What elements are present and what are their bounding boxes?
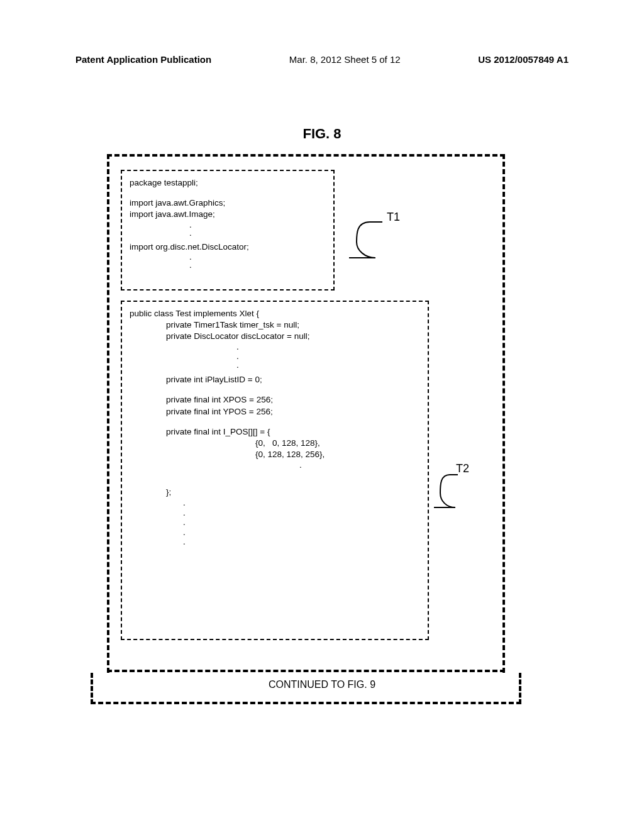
page-header: Patent Application Publication Mar. 8, 2…: [0, 54, 644, 65]
code-line: private Timer1Task timer_tsk = null;: [166, 319, 420, 331]
code-line: public class Test implements Xlet {: [130, 308, 420, 319]
ellipsis-dot: .: [189, 229, 326, 238]
figure-title: FIG. 8: [0, 126, 644, 142]
code-line: };: [166, 487, 420, 498]
code-line: private final int YPOS = 256;: [166, 406, 420, 418]
connector-curve-t2: [434, 473, 459, 511]
ellipsis-dot: .: [236, 361, 420, 370]
code-block-t1: package testappli; import java.awt.Graph…: [121, 170, 335, 290]
code-block-t2: public class Test implements Xlet { priv…: [121, 301, 429, 640]
outer-dashed-divider: [107, 670, 505, 672]
header-right: US 2012/0057849 A1: [478, 54, 569, 65]
code-line: private int iPlayListID = 0;: [166, 374, 420, 385]
label-t1: T1: [387, 211, 400, 224]
ellipsis-dot: .: [189, 221, 326, 230]
header-center: Mar. 8, 2012 Sheet 5 of 12: [289, 54, 401, 65]
code-line: private final int I_POS[][] = {: [166, 426, 420, 438]
ellipsis-dot: .: [183, 508, 420, 518]
continued-label: CONTINUED TO FIG. 9: [0, 679, 644, 690]
ellipsis-dot: .: [183, 537, 420, 547]
code-line: private final int XPOS = 256;: [166, 394, 420, 406]
ellipsis-dot: .: [183, 498, 420, 508]
code-line: import java.awt.Graphics;: [130, 197, 326, 209]
ellipsis-dot: .: [236, 352, 420, 362]
ellipsis-dot: .: [183, 528, 420, 538]
code-line: private DiscLocator discLocator = null;: [166, 331, 420, 342]
code-line: import org.disc.net.DiscLocator;: [130, 241, 326, 253]
code-line: package testappli;: [130, 177, 326, 189]
code-line: {0, 128, 128, 256},: [255, 449, 420, 460]
ellipsis-dot: .: [299, 461, 420, 470]
header-left: Patent Application Publication: [75, 54, 211, 65]
code-line: {0, 0, 128, 128},: [255, 438, 420, 449]
ellipsis-dot: .: [189, 261, 326, 270]
code-line: import java.awt.Image;: [130, 209, 326, 220]
ellipsis-dot: .: [189, 253, 326, 262]
ellipsis-dot: .: [183, 517, 420, 528]
connector-curve-t1: [349, 220, 384, 261]
ellipsis-dot: .: [236, 343, 420, 352]
